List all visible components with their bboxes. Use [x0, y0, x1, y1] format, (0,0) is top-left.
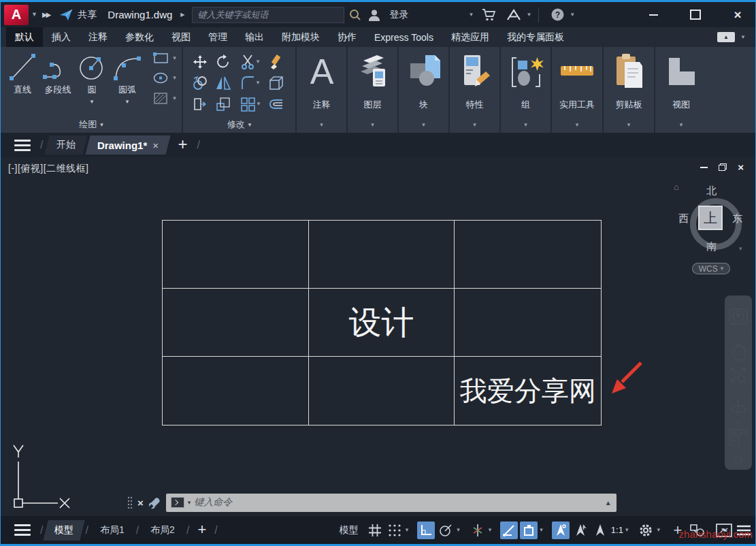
viewport-controls-label[interactable]: [-][俯视][二维线框]: [8, 163, 89, 175]
scale-caret-icon[interactable]: ▾: [625, 527, 629, 533]
close-button[interactable]: ×: [723, 5, 753, 25]
navbar-customize-icon[interactable]: [734, 455, 743, 464]
command-close-icon[interactable]: ×: [137, 497, 144, 509]
search-input[interactable]: 键入关键字或短语: [192, 7, 344, 23]
panel-clipboard[interactable]: 剪贴板 ▾: [604, 47, 655, 133]
zoom-caret-icon[interactable]: ▾: [737, 389, 740, 396]
object-snap-tracking-toggle[interactable]: [500, 521, 518, 539]
viewcube-menu-caret-icon[interactable]: ▾: [739, 246, 742, 252]
user-icon[interactable]: [367, 8, 381, 22]
trim-tool[interactable]: ▾: [240, 54, 260, 70]
file-tab-close-icon[interactable]: ×: [153, 140, 159, 151]
scale-tool[interactable]: [215, 96, 231, 112]
ucs-icon[interactable]: [5, 439, 83, 515]
panel-groups[interactable]: 组 ▾: [501, 47, 552, 133]
clipboard-caret-icon[interactable]: ▾: [627, 121, 631, 128]
ribbon-tab-output[interactable]: 输出: [236, 27, 273, 47]
polar-tracking-toggle[interactable]: [437, 521, 455, 539]
ellipse-tool[interactable]: ▾: [153, 72, 176, 84]
arc-caret-icon[interactable]: ▾: [126, 99, 129, 105]
wcs-dropdown[interactable]: WCS ▾: [692, 263, 730, 274]
offset-tool[interactable]: [268, 96, 284, 112]
osnap-caret-icon[interactable]: ▾: [540, 527, 543, 533]
viewcube-east-label[interactable]: 东: [732, 212, 742, 225]
ribbon-tab-manage[interactable]: 管理: [199, 27, 236, 47]
snap-mode-toggle[interactable]: [386, 521, 404, 539]
annotation-visibility-toggle[interactable]: [552, 521, 570, 539]
signin-caret-icon[interactable]: ▼: [469, 12, 474, 18]
isolate-objects-button[interactable]: [689, 521, 706, 539]
sign-in-button[interactable]: 登录: [390, 9, 409, 21]
rotate-tool[interactable]: [215, 54, 231, 70]
layout-menu-icon[interactable]: [14, 524, 31, 536]
wheel-caret-icon[interactable]: ▾: [737, 331, 740, 337]
viewcube-top-face[interactable]: 上: [698, 206, 723, 230]
stretch-tool[interactable]: [192, 96, 208, 112]
ribbon-tab-addins[interactable]: 附加模块: [273, 27, 329, 47]
maximize-button[interactable]: [680, 5, 710, 25]
model-space-button[interactable]: 模型: [340, 524, 359, 536]
ribbon-tab-view[interactable]: 视图: [163, 27, 199, 47]
grid-display-toggle[interactable]: [366, 521, 384, 539]
application-menu-button[interactable]: A: [4, 5, 29, 25]
annotation-caret-icon[interactable]: ▾: [320, 121, 323, 128]
command-history-up-icon[interactable]: ▲: [605, 499, 612, 507]
viewcube-west-label[interactable]: 西: [678, 212, 689, 225]
viewport-minimize-icon[interactable]: [700, 167, 708, 168]
isodraft-caret-icon[interactable]: ▾: [489, 527, 492, 533]
drawing-canvas[interactable]: [-][俯视][二维线框] × ⌂ 北 西 上 东 南 ▾ WCS ▾ ×: [1, 157, 756, 516]
isometric-drafting-toggle[interactable]: [469, 521, 487, 539]
help-caret-icon[interactable]: ▼: [570, 12, 575, 18]
arc-tool[interactable]: 圆弧 ▾: [110, 50, 145, 105]
fillet-tool[interactable]: ▾: [240, 75, 260, 91]
viewcube-home-icon[interactable]: ⌂: [674, 182, 679, 192]
annotation-autoscale-toggle[interactable]: [572, 521, 589, 539]
file-tabs-menu-icon[interactable]: [14, 140, 31, 151]
layout-tab-layout2[interactable]: 布局2: [139, 520, 186, 541]
new-layout-button[interactable]: +: [197, 521, 206, 539]
autodesk-caret-icon[interactable]: ▼: [526, 12, 531, 18]
draw-panel-footer[interactable]: 绘图 ▾: [1, 118, 182, 131]
viewcube-south-label[interactable]: 南: [706, 240, 717, 253]
help-icon[interactable]: ?: [550, 7, 565, 22]
utilities-caret-icon[interactable]: ▾: [576, 121, 579, 128]
snap-caret-icon[interactable]: ▾: [406, 527, 409, 533]
viewport-restore-icon[interactable]: [719, 163, 727, 171]
command-drag-handle[interactable]: [127, 496, 133, 509]
add-status-button[interactable]: +: [669, 521, 687, 539]
panel-annotation[interactable]: A 注释 ▾: [297, 47, 348, 133]
layout-tab-layout1[interactable]: 布局1: [88, 520, 135, 541]
layout-tab-model[interactable]: 模型: [44, 520, 85, 541]
command-customize-wrench-icon[interactable]: [148, 496, 161, 509]
mirror-tool[interactable]: [215, 75, 231, 91]
customization-gear-button[interactable]: [637, 521, 655, 539]
quick-access-expand-icon[interactable]: ▶▶: [42, 11, 50, 18]
annotation-scale-value[interactable]: 1:1: [611, 525, 623, 535]
ortho-mode-toggle[interactable]: [417, 521, 435, 539]
object-snap-toggle[interactable]: [520, 521, 538, 539]
view-panel-caret-icon[interactable]: ▾: [680, 121, 683, 128]
file-tab-drawing1[interactable]: Drawing1* ×: [86, 135, 171, 155]
file-tab-start[interactable]: 开始: [45, 135, 88, 155]
orbit-caret-icon[interactable]: ▾: [737, 420, 740, 426]
ribbon-tab-insert[interactable]: 插入: [43, 27, 80, 47]
viewport-close-icon[interactable]: ×: [738, 161, 744, 173]
command-prompt-icon[interactable]: [171, 497, 184, 508]
autodesk-logo-icon[interactable]: [506, 8, 521, 22]
ribbon-tab-parametric[interactable]: 参数化: [116, 27, 163, 47]
showmotion-icon[interactable]: [728, 428, 749, 448]
erase-tool[interactable]: [268, 54, 284, 70]
app-store-cart-icon[interactable]: [482, 8, 497, 22]
share-label[interactable]: 共享: [78, 9, 97, 21]
navbar-close-icon[interactable]: ×: [744, 297, 749, 305]
polar-caret-icon[interactable]: ▾: [457, 527, 460, 533]
pan-hand-icon[interactable]: [729, 343, 747, 362]
share-icon[interactable]: [59, 9, 73, 21]
clean-screen-button[interactable]: [715, 521, 733, 539]
app-menu-caret-icon[interactable]: ▼: [31, 12, 37, 18]
minimize-button[interactable]: [638, 5, 668, 25]
panel-properties[interactable]: 特性 ▾: [450, 47, 501, 133]
line-tool[interactable]: 直线: [6, 50, 39, 96]
viewcube-north-label[interactable]: 北: [706, 184, 717, 197]
panel-block[interactable]: 块 ▾: [399, 47, 450, 133]
